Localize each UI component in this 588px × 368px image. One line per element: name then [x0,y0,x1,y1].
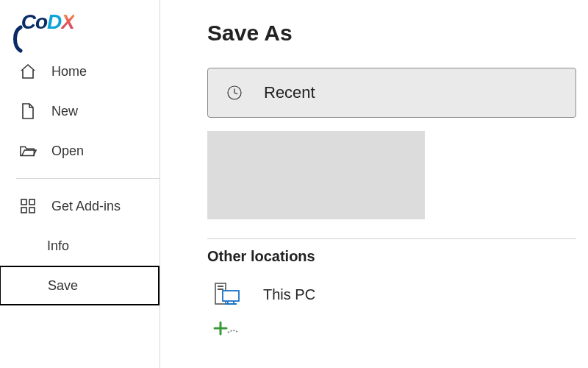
add-place-icon[interactable] [207,319,576,340]
svg-rect-6 [218,286,223,287]
sidebar-item-label: Save [48,278,78,294]
svg-rect-7 [218,289,223,290]
sidebar-item-label: Open [51,144,84,159]
sidebar-item-addins[interactable]: Get Add-ins [0,186,159,226]
recent-option[interactable]: Recent [207,68,576,118]
svg-rect-3 [29,208,35,213]
sidebar-item-label: New [51,104,78,119]
clock-icon [226,84,243,102]
sidebar-item-label: Get Add-ins [51,199,121,214]
sidebar-item-label: Home [51,64,87,79]
main-panel: Save As Recent Other locations [160,0,588,368]
recent-label: Recent [264,83,315,102]
sidebar-divider [16,178,159,179]
app-logo: CoDX [0,10,159,34]
sidebar-item-new[interactable]: New [0,91,159,131]
logo-swoosh-icon [10,24,25,54]
svg-rect-8 [223,291,239,301]
other-locations-heading: Other locations [207,248,576,265]
sidebar-item-label: Info [47,238,69,254]
home-icon [19,63,37,80]
sidebar-item-info[interactable]: Info [0,226,159,266]
this-pc-icon [213,281,243,308]
svg-rect-1 [29,199,35,205]
sidebar-item-open[interactable]: Open [0,131,159,171]
page-title: Save As [207,21,576,46]
document-icon [19,102,37,120]
grid-icon [19,197,37,215]
location-this-pc[interactable]: This PC [207,277,576,315]
sidebar-item-home[interactable]: Home [0,52,159,91]
section-divider [207,238,576,239]
sidebar-item-save[interactable]: Save [0,266,159,305]
svg-rect-0 [21,199,26,205]
svg-rect-2 [21,208,26,213]
sidebar: CoDX Home New [0,0,160,368]
folder-open-icon [19,142,37,160]
location-label: This PC [263,286,315,303]
recent-files-placeholder [207,131,425,219]
